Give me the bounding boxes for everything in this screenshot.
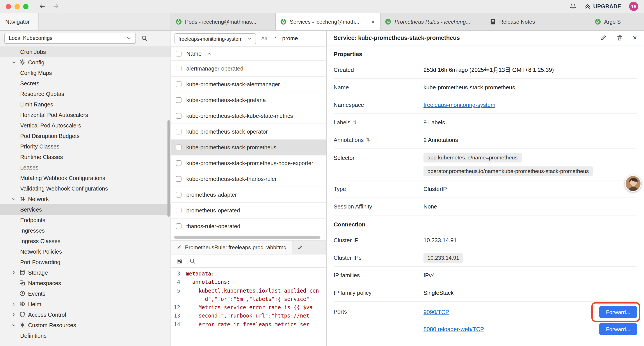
forward-button[interactable]: Forward... <box>599 323 637 335</box>
editor-search-button[interactable] <box>190 258 196 264</box>
sidebar-search-button[interactable] <box>141 35 148 41</box>
sidebar-item-horizontal-pod-autoscalers[interactable]: Horizontal Pod Autoscalers <box>0 109 170 120</box>
sidebar-item-network-policies[interactable]: Network Policies <box>0 246 170 257</box>
name-column-header[interactable]: Name <box>186 50 202 57</box>
sidebar-scrollbar[interactable] <box>168 120 170 217</box>
row-checkbox[interactable] <box>176 192 182 198</box>
sidebar-item-config-maps[interactable]: Config Maps <box>0 67 170 78</box>
port-link[interactable]: 9090/TCP <box>424 309 449 315</box>
navigator-panel-tab[interactable]: Navigator <box>0 13 38 30</box>
sidebar-item-services[interactable]: Services <box>0 204 170 215</box>
sidebar-group-storage[interactable]: Storage <box>0 267 170 278</box>
close-icon[interactable]: × <box>632 34 637 41</box>
delete-trash-button[interactable] <box>616 34 623 41</box>
sidebar-item-limit-ranges[interactable]: Limit Ranges <box>0 99 170 109</box>
namespace-link[interactable]: freeleaps-monitoring-system <box>424 102 496 108</box>
sidebar-item-ingress-classes[interactable]: Ingress Classes <box>0 236 170 246</box>
close-icon[interactable]: × <box>370 18 376 25</box>
yaml-editor[interactable]: 3metadata: 4 annotations: 5 kubectl.kube… <box>171 268 326 346</box>
window-zoom-button[interactable] <box>23 4 28 9</box>
kubeconfig-selector[interactable]: Local Kubeconfigs <box>4 33 136 43</box>
table-row[interactable]: kube-prometheus-stack-kube-state-metrics <box>171 108 326 124</box>
notification-count-badge[interactable]: 15 <box>629 2 638 11</box>
port-link[interactable]: 8080:reloader-web/TCP <box>424 326 484 333</box>
sidebar-item-port-forwarding[interactable]: Port Forwarding <box>0 257 170 267</box>
table-row[interactable]: thanos-ruler-operated <box>171 219 326 234</box>
row-checkbox[interactable] <box>176 97 182 103</box>
window-close-button[interactable] <box>6 4 11 9</box>
window-minimize-button[interactable] <box>14 4 20 9</box>
sidebar-group-helm[interactable]: Helm <box>0 299 170 309</box>
sidebar-item-pod-disruption-budgets[interactable]: Pod Disruption Budgets <box>0 130 170 141</box>
sidebar-item-events[interactable]: Events <box>0 288 170 299</box>
upgrade-button[interactable]: UPGRADE <box>584 3 621 10</box>
row-checkbox[interactable] <box>176 81 182 87</box>
service-name: prometheus-adapter <box>186 191 237 198</box>
sidebar-item-priority-classes[interactable]: Priority Classes <box>0 141 170 152</box>
tab-prometheus-rules[interactable]: Prometheus Rules - icecheng... <box>380 13 485 30</box>
table-row[interactable]: kube-prometheus-stack-grafana <box>171 92 326 108</box>
table-row[interactable]: kube-prometheus-stack-thanos-ruler <box>171 171 326 187</box>
notifications-bell-icon[interactable] <box>570 3 576 10</box>
forward-button[interactable]: Forward... <box>599 306 637 318</box>
editor-tab-prometheusrule[interactable]: PrometheusRule: freeleaps-prod-rabbitmq <box>171 241 293 254</box>
table-row[interactable]: kube-prometheus-stack-operator <box>171 124 326 140</box>
save-button[interactable] <box>176 258 182 264</box>
sidebar-item-mutating-webhook-configurations[interactable]: Mutating Webhook Configurations <box>0 173 170 183</box>
row-checkbox[interactable] <box>176 176 182 182</box>
sort-ascending-icon[interactable] <box>206 51 212 56</box>
regex-toggle[interactable]: .* <box>273 36 277 41</box>
namespace-filter-dropdown[interactable]: freeleaps-monitoring-system <box>174 33 256 44</box>
table-row[interactable]: prometheus-adapter <box>171 187 326 203</box>
sidebar-item-cron-jobs[interactable]: Cron Jobs <box>0 46 170 57</box>
labels-count[interactable]: 9 Labels <box>424 119 637 126</box>
table-row[interactable]: kube-prometheus-stack-alertmanager <box>171 77 326 92</box>
sidebar-item-validating-webhook-configurations[interactable]: Validating Webhook Configurations <box>0 183 170 194</box>
match-case-toggle[interactable]: Aa <box>261 36 268 41</box>
forward-button[interactable] <box>52 3 59 10</box>
sidebar-group-network[interactable]: Network <box>0 194 170 204</box>
search-input[interactable] <box>282 35 318 42</box>
service-name: kube-prometheus-stack-prometheus <box>186 144 276 151</box>
sidebar-item-vertical-pod-autoscalers[interactable]: Vertical Pod Autoscalers <box>0 120 170 130</box>
row-checkbox[interactable] <box>176 113 182 119</box>
sidebar-item-runtime-classes[interactable]: Runtime Classes <box>0 152 170 162</box>
back-button[interactable] <box>39 3 46 10</box>
expand-updown-icon[interactable]: ⇅ <box>353 120 357 125</box>
select-all-checkbox[interactable] <box>176 51 182 56</box>
sidebar-item-definitions[interactable]: Definitions <box>0 330 170 341</box>
tab-argo[interactable]: Argo S <box>590 13 644 30</box>
table-row[interactable]: kube-prometheus-stack-prometheus-node-ex… <box>171 155 326 171</box>
sidebar-item-endpoints[interactable]: Endpoints <box>0 215 170 225</box>
sidebar-group-custom-resources[interactable]: Custom Resources <box>0 320 170 330</box>
property-label: Labels <box>334 119 350 126</box>
row-checkbox[interactable] <box>176 160 182 166</box>
table-row-selected[interactable]: kube-prometheus-stack-prometheus <box>171 140 326 155</box>
annotations-count[interactable]: 2 Annotations <box>424 137 637 143</box>
row-checkbox[interactable] <box>176 208 182 213</box>
edit-pencil-button[interactable] <box>600 34 607 41</box>
sidebar-item-leases[interactable]: Leases <box>0 162 170 173</box>
sidebar-item-namespaces[interactable]: Namespaces <box>0 278 170 288</box>
row-checkbox[interactable] <box>176 223 182 229</box>
horizontal-scrollbar[interactable] <box>174 236 320 239</box>
config-icon <box>19 59 26 65</box>
user-avatar[interactable] <box>625 175 641 192</box>
sidebar-item-ingresses[interactable]: Ingresses <box>0 225 170 236</box>
editor-tab-partial[interactable] <box>293 241 308 254</box>
table-row[interactable]: alertmanager-operated <box>171 61 326 77</box>
row-checkbox[interactable] <box>176 66 182 71</box>
code-line: d","for":"5m","labels":{"service": <box>171 295 326 304</box>
table-row[interactable]: prometheus-operated <box>171 203 326 219</box>
tab-services[interactable]: Services - icecheng@math... × <box>276 13 380 30</box>
sidebar-item-secrets[interactable]: Secrets <box>0 78 170 88</box>
upgrade-icon <box>584 3 591 10</box>
tab-pods[interactable]: Pods - icecheng@mathmas... <box>171 13 276 30</box>
expand-updown-icon[interactable]: ⇅ <box>366 137 370 143</box>
sidebar-group-access-control[interactable]: Access Control <box>0 309 170 320</box>
row-checkbox[interactable] <box>176 129 182 134</box>
sidebar-group-config[interactable]: Config <box>0 57 170 67</box>
tab-release-notes[interactable]: Release Notes <box>485 13 590 30</box>
sidebar-item-resource-quotas[interactable]: Resource Quotas <box>0 88 170 99</box>
row-checkbox[interactable] <box>176 145 182 150</box>
